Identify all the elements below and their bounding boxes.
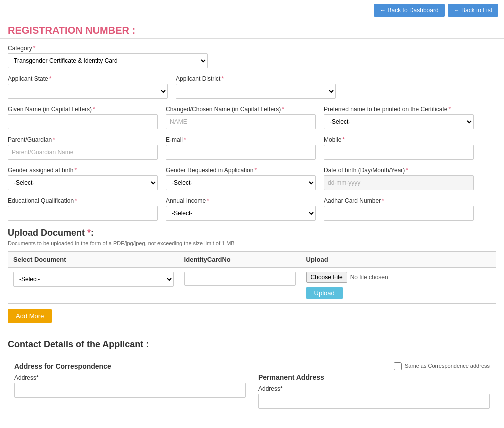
changed-name-label: Changed/Chosen Name (in Capital Letters)… [166,106,316,113]
correspondence-address-label: Address* [14,374,246,382]
mobile-label: Mobile* [324,136,474,144]
preferred-name-select[interactable]: -Select- [324,114,474,130]
mobile-group: Mobile* [324,136,474,160]
applicant-district-select[interactable] [176,84,336,99]
contact-details-title: Contact Details of the Applicant : [8,340,496,350]
same-as-checkbox[interactable] [394,362,402,370]
educational-qualification-label: Educational Qualification* [8,198,158,204]
changed-name-group: Changed/Chosen Name (in Capital Letters)… [166,106,316,130]
gender-requested-group: Gender Requested in Application* -Select… [166,167,316,190]
permanent-heading: Permanent Address [258,374,490,382]
add-more-button[interactable]: Add More [8,309,52,324]
category-label: Category* [8,45,208,52]
back-list-button[interactable]: ← Back to List [448,4,498,17]
changed-name-input[interactable] [166,114,316,130]
educational-qualification-group: Educational Qualification* [8,198,158,221]
aadhar-group: Aadhar Card Number* [324,198,474,221]
aadhar-label: Aadhar Card Number* [324,198,474,204]
page-title: REGISTRATION NUMBER : [0,21,504,38]
applicant-state-group: Applicant State* [8,76,168,99]
mobile-input[interactable] [324,145,474,160]
given-name-label: Given Name (in Capital Letters)* [8,106,158,113]
annual-income-label: Annual Income* [166,198,316,204]
upload-info: Documents to be uploaded in the form of … [8,240,496,246]
annual-income-select[interactable]: -Select- [166,206,316,221]
given-name-group: Given Name (in Capital Letters)* [8,106,158,130]
parent-guardian-group: Parent/Guardian* [8,136,158,160]
identity-card-no-input[interactable] [184,272,296,286]
category-select[interactable]: Transgender Certificate & Identity Card [8,54,208,68]
category-group: Category* Transgender Certificate & Iden… [8,45,208,68]
dob-group: Date of birth (Day/Month/Year)* [324,167,474,190]
email-group: E-mail* [166,136,316,160]
correspondence-address-input[interactable] [14,383,246,398]
email-label: E-mail* [166,136,316,144]
applicant-state-label: Applicant State* [8,76,168,82]
preferred-name-group: Preferred name to be printed on the Cert… [324,106,474,130]
document-type-select[interactable]: -Select- [13,272,174,287]
applicant-district-label: Applicant District* [176,76,336,82]
address-container: Address for Correspondence Address* Same… [8,356,496,416]
col-identity-card-no: IdentityCardNo [179,252,301,268]
col-select-document: Select Document [8,252,179,268]
preferred-name-label: Preferred name to be printed on the Cert… [324,106,474,113]
no-file-text: No file chosen [350,274,388,281]
upload-row: -Select- Choose File No file chosen Uplo… [8,268,496,304]
col-upload: Upload [301,252,496,268]
annual-income-group: Annual Income* -Select- [166,198,316,221]
parent-guardian-input[interactable] [8,145,158,160]
back-dashboard-button[interactable]: ← Back to Dashboard [374,4,444,17]
permanent-address-label: Address* [258,386,490,392]
correspondence-heading: Address for Correspondence [14,362,246,370]
gender-birth-label: Gender assigned at birth* [8,167,158,174]
applicant-district-group: Applicant District* [176,76,336,99]
permanent-address-input[interactable] [258,394,490,409]
gender-requested-select[interactable]: -Select- [166,176,316,190]
email-input[interactable] [166,145,316,160]
given-name-input[interactable] [8,114,158,130]
upload-button[interactable]: Upload [306,287,343,300]
gender-birth-group: Gender assigned at birth* -Select- [8,167,158,190]
gender-birth-select[interactable]: -Select- [8,176,158,190]
applicant-state-select[interactable] [8,84,168,99]
educational-qualification-input[interactable] [8,206,158,221]
dob-label: Date of birth (Day/Month/Year)* [324,167,474,174]
upload-section-title: Upload Document *: [8,228,496,238]
choose-file-button[interactable]: Choose File [306,272,347,283]
dob-input[interactable] [324,176,474,190]
permanent-address-col: Same as Correspondence address Permanent… [252,356,496,415]
gender-requested-label: Gender Requested in Application* [166,167,316,174]
upload-table: Select Document IdentityCardNo Upload -S… [8,252,496,304]
parent-guardian-label: Parent/Guardian* [8,136,158,144]
aadhar-input[interactable] [324,206,474,221]
same-as-label: Same as Correspondence address [405,363,490,369]
correspondence-address-col: Address for Correspondence Address* [8,356,252,415]
